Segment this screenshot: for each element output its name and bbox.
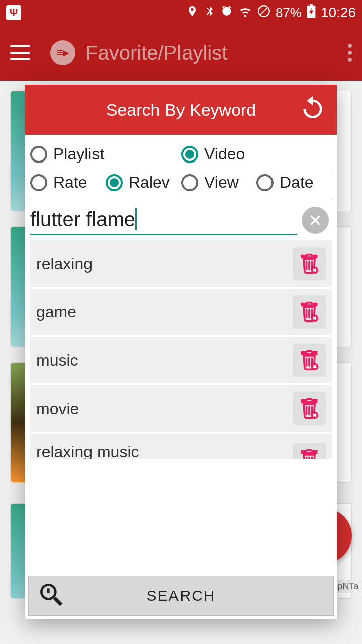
bluetooth-icon — [203, 5, 215, 21]
no-sim-icon — [257, 5, 270, 21]
radio-playlist[interactable]: Playlist — [30, 145, 181, 164]
radio-label: Rate — [53, 173, 87, 192]
history-item[interactable]: game — [30, 289, 332, 335]
radio-label: Ralev — [129, 173, 170, 192]
radio-view[interactable]: View — [181, 173, 256, 192]
history-item-label: relaxing music — [36, 443, 139, 459]
battery-charging-icon — [307, 4, 316, 22]
wifi-icon — [238, 4, 252, 22]
usb-icon: Ψ — [6, 5, 21, 20]
search-input-wrap — [30, 205, 297, 235]
search-history-list: relaxinggamemusicmovierelaxing music — [25, 235, 337, 576]
text-cursor — [135, 208, 137, 230]
history-item-label: game — [36, 303, 76, 321]
search-input[interactable] — [30, 205, 297, 234]
search-button[interactable]: SEARCH — [28, 576, 334, 616]
delete-icon[interactable] — [293, 295, 326, 329]
radio-rate[interactable]: Rate — [30, 173, 106, 192]
more-icon[interactable] — [348, 44, 352, 62]
history-item[interactable]: movie — [30, 385, 332, 432]
dialog-title: Search By Keyword — [106, 100, 256, 120]
search-dialog: Search By Keyword Playlist Video Rate Ra… — [25, 85, 337, 619]
history-item[interactable]: music — [30, 337, 332, 383]
type-radio-group: Playlist Video — [30, 143, 332, 171]
delete-icon[interactable] — [293, 247, 326, 280]
history-item-label: movie — [36, 399, 79, 418]
page-title: Favorite/Playlist — [85, 42, 227, 64]
clear-icon[interactable] — [302, 207, 329, 234]
radio-label: View — [204, 173, 239, 192]
sort-radio-group: Rate Ralev View Date — [30, 171, 332, 199]
clock-time: 10:26 — [321, 5, 356, 21]
radio-video[interactable]: Video — [181, 145, 332, 164]
svg-line-12 — [54, 598, 61, 605]
location-icon — [186, 5, 198, 21]
search-button-label: SEARCH — [146, 587, 215, 604]
delete-icon[interactable] — [293, 443, 326, 459]
battery-percentage: 87% — [276, 5, 302, 21]
alarm-icon — [220, 5, 233, 21]
radio-date[interactable]: Date — [256, 173, 332, 192]
delete-icon[interactable] — [293, 392, 326, 425]
search-icon — [37, 580, 65, 612]
history-item[interactable]: relaxing music — [30, 434, 332, 459]
svg-rect-3 — [310, 4, 313, 6]
history-item-label: music — [36, 351, 78, 370]
menu-icon[interactable] — [10, 45, 30, 60]
app-bar: ≡▸ Favorite/Playlist — [0, 25, 362, 80]
back-icon[interactable] — [299, 94, 327, 124]
history-item[interactable]: relaxing — [30, 240, 332, 287]
delete-icon[interactable] — [293, 344, 326, 377]
radio-label: Video — [204, 145, 245, 164]
svg-line-1 — [260, 7, 267, 15]
radio-label: Date — [280, 173, 314, 192]
history-item-label: relaxing — [36, 255, 93, 273]
app-logo-icon: ≡▸ — [50, 40, 75, 65]
status-bar: Ψ 87% 10:26 — [0, 0, 362, 25]
radio-label: Playlist — [53, 145, 104, 164]
dialog-header: Search By Keyword — [25, 85, 337, 135]
radio-ralev[interactable]: Ralev — [106, 173, 181, 192]
